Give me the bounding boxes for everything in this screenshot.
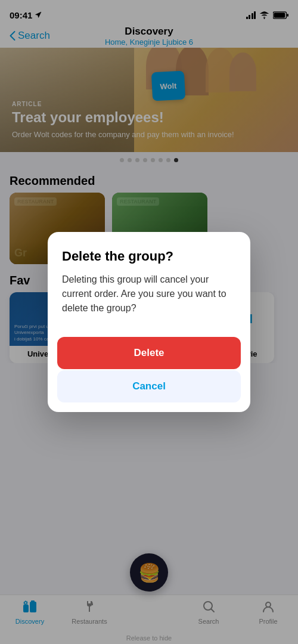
delete-group-modal: Delete the group? Deleting this group wi… <box>48 232 250 412</box>
modal-overlay: Delete the group? Deleting this group wi… <box>0 0 298 644</box>
modal-actions: Delete Cancel <box>48 330 250 412</box>
cancel-button[interactable]: Cancel <box>57 370 241 402</box>
modal-body: Delete the group? Deleting this group wi… <box>48 232 250 315</box>
modal-message: Deleting this group will cancel your cur… <box>62 273 236 315</box>
delete-button[interactable]: Delete <box>57 337 241 369</box>
modal-title: Delete the group? <box>62 249 236 264</box>
